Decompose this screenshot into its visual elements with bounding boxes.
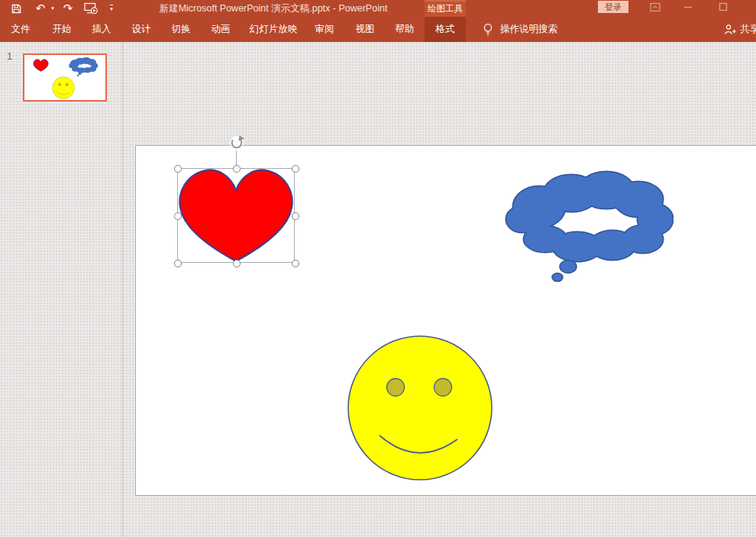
tab-format-active[interactable]: 格式 xyxy=(425,17,466,42)
selection-handle-sw[interactable] xyxy=(174,260,182,267)
undo-dropdown[interactable]: ▾ xyxy=(49,0,57,17)
ribbon-tab-row: 文件 开始 插入 设计 切换 动画 幻灯片放映 审阅 视图 帮助 格式 操作说明… xyxy=(0,17,756,42)
chevron-down-icon: ▾ xyxy=(110,5,113,12)
selection-handle-e[interactable] xyxy=(292,212,299,220)
shape-selection-box xyxy=(177,168,295,263)
start-slideshow-button[interactable] xyxy=(81,0,101,17)
slide-number: 1 xyxy=(7,50,12,62)
tab-help[interactable]: 帮助 xyxy=(396,17,415,42)
slide-thumbnail-panel xyxy=(0,42,122,537)
panel-divider xyxy=(122,42,123,537)
chevron-down-icon: ▾ xyxy=(51,5,54,11)
tab-transitions[interactable]: 切换 xyxy=(172,17,191,42)
start-slideshow-icon xyxy=(84,2,99,15)
minimize-button[interactable] xyxy=(678,0,698,14)
undo-icon: ↶ xyxy=(36,0,46,17)
minimize-icon xyxy=(683,2,693,11)
tab-animations[interactable]: 动画 xyxy=(212,17,231,42)
slide-thumbnail-1[interactable] xyxy=(23,53,107,102)
sign-in-button[interactable]: 登录 xyxy=(598,1,628,13)
rotate-icon xyxy=(228,134,245,151)
tell-me-label: 操作说明搜索 xyxy=(500,23,557,36)
share-label: 共享 xyxy=(740,23,756,36)
smiley-face-shape[interactable] xyxy=(346,334,494,482)
tab-design[interactable]: 设计 xyxy=(132,17,151,42)
save-icon xyxy=(11,3,22,15)
drawing-tools-contextual-header: 绘图工具 xyxy=(425,0,466,17)
save-button[interactable] xyxy=(8,0,24,17)
maximize-button[interactable] xyxy=(713,0,733,14)
tab-insert[interactable]: 插入 xyxy=(92,17,111,42)
rotate-handle[interactable] xyxy=(228,134,245,151)
undo-button[interactable]: ↶ xyxy=(32,0,49,17)
customize-quick-access-toolbar-button[interactable]: ▾ xyxy=(105,0,118,17)
title-bar: ↶ ▾ ↷ ▾ 新建Microsoft PowerPoint 演示文稿.pptx… xyxy=(0,0,756,17)
add-person-icon xyxy=(724,24,737,35)
redo-button[interactable]: ↷ xyxy=(60,0,76,17)
tab-file[interactable]: 文件 xyxy=(11,17,31,42)
selection-handle-w[interactable] xyxy=(174,212,182,220)
selection-handle-ne[interactable] xyxy=(292,165,299,173)
maximize-icon xyxy=(719,2,728,11)
tab-slideshow[interactable]: 幻灯片放映 xyxy=(250,17,298,42)
share-button[interactable]: 共享 xyxy=(724,17,756,42)
selection-handle-s[interactable] xyxy=(233,260,241,267)
tab-review[interactable]: 审阅 xyxy=(315,17,334,42)
redo-icon: ↷ xyxy=(63,0,73,17)
cloud-callout-shape[interactable] xyxy=(504,170,674,282)
selection-handle-n[interactable] xyxy=(233,165,241,173)
tab-home[interactable]: 开始 xyxy=(53,17,72,42)
mini-cloud-shape xyxy=(69,57,98,76)
selection-handle-se[interactable] xyxy=(292,260,299,267)
tab-view[interactable]: 视图 xyxy=(356,17,375,42)
mini-smiley-shape xyxy=(52,76,75,99)
tell-me-search[interactable]: 操作说明搜索 xyxy=(482,17,557,42)
window-title: 新建Microsoft PowerPoint 演示文稿.pptx - Power… xyxy=(160,0,388,17)
selection-handle-nw[interactable] xyxy=(174,165,182,173)
ribbon-display-options-icon xyxy=(650,2,661,12)
powerpoint-window: ↶ ▾ ↷ ▾ 新建Microsoft PowerPoint 演示文稿.pptx… xyxy=(0,0,756,537)
ribbon-display-options-button[interactable] xyxy=(645,0,665,14)
mini-heart-shape xyxy=(33,59,49,72)
lightbulb-icon xyxy=(482,23,494,37)
